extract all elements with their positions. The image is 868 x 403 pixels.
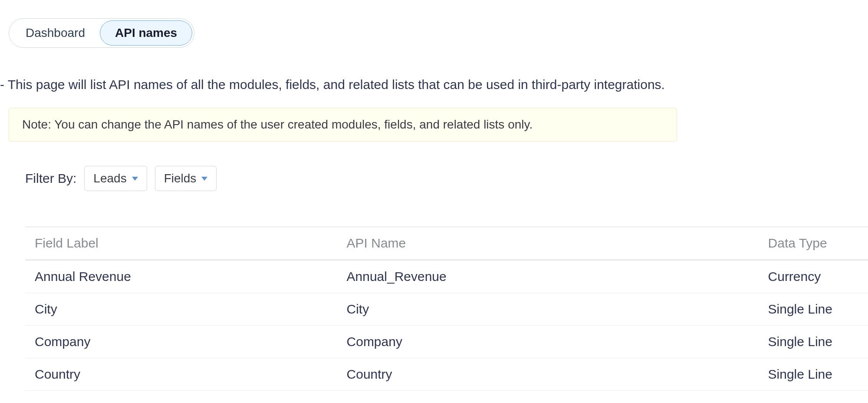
col-data-type: Data Type (759, 227, 868, 260)
cell-field-label: Country (25, 358, 337, 391)
cell-api-name: City (337, 293, 759, 326)
filter-module-dropdown[interactable]: Leads (84, 166, 147, 191)
tab-api-names[interactable]: API names (100, 20, 192, 46)
table-row: Company Company Single Line (25, 326, 868, 358)
cell-api-name: Annual_Revenue (337, 260, 759, 293)
filter-type-value: Fields (164, 172, 197, 185)
col-api-name: API Name (337, 227, 759, 260)
caret-down-icon (201, 177, 207, 181)
api-table-wrap: Field Label API Name Data Type Annual Re… (25, 227, 868, 391)
cell-api-name: Company (337, 326, 759, 358)
api-table: Field Label API Name Data Type Annual Re… (25, 227, 868, 391)
cell-data-type: Single Line (759, 326, 868, 358)
filter-row: Filter By: Leads Fields (25, 166, 868, 191)
table-row: Annual Revenue Annual_Revenue Currency (25, 260, 868, 293)
tab-dashboard[interactable]: Dashboard (11, 21, 100, 45)
tab-group: Dashboard API names (9, 18, 194, 48)
table-row: City City Single Line (25, 293, 868, 326)
cell-data-type: Currency (759, 260, 868, 293)
note-box: Note: You can change the API names of th… (9, 108, 677, 142)
filter-type-dropdown[interactable]: Fields (155, 166, 217, 191)
table-header-row: Field Label API Name Data Type (25, 227, 868, 260)
cell-api-name: Country (337, 358, 759, 391)
cell-data-type: Single Line (759, 293, 868, 326)
cell-field-label: Annual Revenue (25, 260, 337, 293)
cell-field-label: City (25, 293, 337, 326)
caret-down-icon (132, 177, 138, 181)
table-row: Country Country Single Line (25, 358, 868, 391)
cell-data-type: Single Line (759, 358, 868, 391)
filter-label: Filter By: (25, 171, 76, 186)
filter-module-value: Leads (93, 172, 126, 185)
cell-field-label: Company (25, 326, 337, 358)
col-field-label: Field Label (25, 227, 337, 260)
intro-text: - This page will list API names of all t… (0, 77, 868, 92)
